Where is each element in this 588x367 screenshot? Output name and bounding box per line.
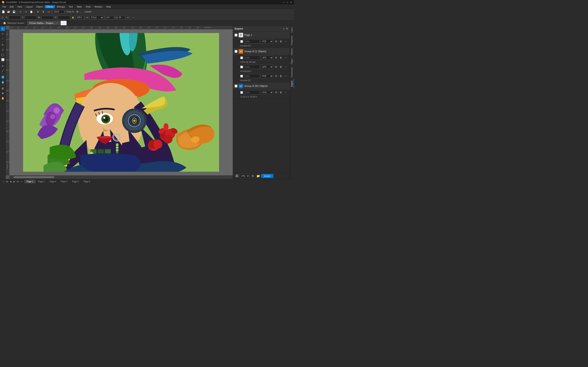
add-page-button[interactable]: + bbox=[2, 180, 5, 183]
group2-format-select[interactable]: SVGJPGPDFPNGEPS bbox=[261, 90, 273, 94]
expand-icon[interactable]: » bbox=[283, 27, 285, 30]
minus-button[interactable]: − bbox=[131, 15, 136, 20]
group1-row3-checkbox[interactable] bbox=[240, 75, 243, 77]
open-file-button[interactable]: 📂 bbox=[6, 9, 11, 14]
polygon-tool[interactable]: ⬡ bbox=[1, 48, 5, 52]
menu-edit[interactable]: Edit bbox=[8, 5, 15, 8]
stroke-size-select[interactable]: 3.0 px bbox=[89, 16, 104, 19]
page1-settings-button[interactable]: ⚙ bbox=[274, 39, 278, 43]
angle-input[interactable] bbox=[105, 16, 114, 19]
page1-delete-button[interactable]: 🗑 bbox=[279, 39, 283, 43]
group1-suffix1-input[interactable] bbox=[244, 56, 260, 60]
group1-checkbox[interactable] bbox=[234, 50, 237, 53]
group2-suffix-input[interactable] bbox=[244, 90, 260, 94]
menu-table[interactable]: Table bbox=[75, 5, 84, 8]
lock-ratio-button[interactable]: 🔒 bbox=[70, 15, 75, 20]
page1-format-select[interactable]: PDFJPGPNGEPSSVG bbox=[261, 39, 273, 43]
page1-suffix-input[interactable] bbox=[244, 39, 260, 43]
publish-button[interactable]: ⬡ bbox=[46, 9, 51, 14]
lock-scale-input[interactable] bbox=[76, 16, 84, 19]
welcome-tab[interactable]: 🏠 Welcome Screen bbox=[1, 21, 27, 25]
close-export-button[interactable]: ✕ bbox=[286, 27, 288, 30]
menu-help[interactable]: Help bbox=[104, 5, 112, 8]
export-tab[interactable]: Export bbox=[290, 79, 294, 88]
group1-more3-button[interactable]: ⋯ bbox=[284, 74, 288, 78]
page-tab-3[interactable]: Page 3 bbox=[47, 180, 58, 183]
export-jpg-icon-button[interactable]: 🖼 bbox=[234, 174, 239, 178]
line-tool[interactable]: ╱ bbox=[1, 68, 5, 73]
snap-settings-button[interactable]: ⚙ bbox=[75, 9, 80, 14]
group1-suffix3-input[interactable] bbox=[244, 74, 260, 78]
group2-settings-button[interactable]: ⚙ bbox=[274, 90, 278, 94]
comments-tab[interactable]: Comments bbox=[290, 66, 294, 79]
transform-tool[interactable]: ↔ bbox=[1, 36, 5, 41]
redo-button[interactable]: ↪ bbox=[24, 9, 28, 14]
footer-format-select[interactable]: JPGPDFPNGEPSSVG bbox=[240, 174, 250, 178]
export-button[interactable]: ⬆ bbox=[41, 9, 46, 14]
menu-view[interactable]: View bbox=[16, 5, 24, 8]
clipboard-button[interactable]: 📋 bbox=[29, 9, 34, 14]
next-page-button[interactable]: ▶ bbox=[13, 180, 16, 183]
learn-tab[interactable]: Learn bbox=[290, 26, 294, 34]
page1-row1-checkbox[interactable] bbox=[240, 40, 243, 43]
canvas-area[interactable]: mm 130 140 150 160 170 180 190 200 210 bbox=[6, 26, 233, 179]
rectangle-tool[interactable]: ⬜ bbox=[1, 57, 5, 62]
page1-more-button[interactable]: ⋯ bbox=[284, 39, 288, 43]
minimize-button[interactable]: — bbox=[282, 1, 285, 4]
prev-page-button[interactable]: ◀ bbox=[9, 180, 12, 183]
nib-input[interactable] bbox=[118, 16, 125, 19]
menu-layout[interactable]: Layout bbox=[24, 5, 34, 8]
effect-tool[interactable]: ★ bbox=[1, 91, 5, 95]
fill-tool[interactable]: 🪣 bbox=[1, 75, 5, 79]
group1-more1-button[interactable]: ⋯ bbox=[284, 56, 288, 60]
group1-format2-select[interactable]: EPSJPGPDFPNGSVG bbox=[261, 65, 273, 69]
node-tool[interactable]: ⊹ bbox=[1, 31, 5, 36]
group2-more-button[interactable]: ⋯ bbox=[284, 90, 288, 94]
text-tool[interactable]: A bbox=[1, 64, 5, 68]
properties-tab[interactable]: Properties bbox=[290, 34, 294, 47]
page-tab-5[interactable]: Page 5 bbox=[70, 180, 81, 183]
group1-row1-checkbox[interactable] bbox=[240, 57, 243, 59]
group1-format3-select[interactable]: PDFJPGPNGEPSSVG bbox=[261, 74, 273, 78]
page-tab-1[interactable]: Page 1 bbox=[25, 180, 35, 183]
new-file-button[interactable]: 📄 bbox=[1, 9, 6, 14]
group2-row1-checkbox[interactable] bbox=[240, 91, 243, 94]
group1-more2-button[interactable]: ⋯ bbox=[284, 65, 288, 69]
scrollbar-thumb[interactable] bbox=[13, 176, 54, 178]
close-button[interactable]: ✕ bbox=[290, 1, 292, 4]
close-tab-button[interactable]: ✕ bbox=[56, 22, 58, 24]
grid-tool[interactable]: ⊞ bbox=[1, 86, 5, 91]
group1-suffix2-input[interactable] bbox=[244, 65, 260, 69]
group2-delete-button[interactable]: 🗑 bbox=[279, 90, 283, 94]
add-page-end-button[interactable]: + bbox=[20, 180, 23, 183]
pages-tab[interactable]: Pages bbox=[290, 57, 294, 66]
select-tool[interactable]: ↖ bbox=[1, 26, 5, 31]
undo-button[interactable]: ↩ bbox=[18, 9, 23, 14]
group1-row2-checkbox[interactable] bbox=[240, 66, 243, 68]
objects-tab[interactable]: Objects bbox=[290, 47, 294, 57]
export-execute-button[interactable]: Export bbox=[261, 174, 273, 178]
height-input[interactable]: 0.0 mm bbox=[58, 16, 70, 19]
menu-window[interactable]: Window bbox=[93, 5, 104, 8]
page1-checkbox[interactable] bbox=[234, 34, 237, 36]
menu-effects[interactable]: Effects bbox=[45, 5, 55, 8]
launch-button[interactable]: Launch bbox=[82, 9, 94, 14]
import-button[interactable]: ⬇ bbox=[35, 9, 40, 14]
x-input[interactable]: 298.535 mm bbox=[9, 16, 21, 19]
group1-settings2-button[interactable]: ⚙ bbox=[274, 65, 278, 69]
maximize-button[interactable]: □ bbox=[286, 1, 289, 4]
active-document-tab[interactable]: Firman Hatibu – Dragon... ✕ bbox=[27, 21, 61, 25]
add-tab-button[interactable]: + bbox=[61, 21, 66, 25]
eyedropper-tool[interactable]: 💧 bbox=[1, 80, 5, 84]
menu-bitmaps[interactable]: Bitmaps bbox=[55, 5, 67, 8]
menu-file[interactable]: File bbox=[1, 5, 8, 8]
pan-tool[interactable]: ✋ bbox=[1, 96, 5, 100]
page-tab-2[interactable]: Page 2 bbox=[36, 180, 47, 183]
menu-text[interactable]: Text bbox=[67, 5, 74, 8]
save-button[interactable]: 💾 bbox=[11, 9, 16, 14]
footer-settings-button[interactable]: ⚙ bbox=[251, 174, 255, 178]
menu-tools[interactable]: Tools bbox=[84, 5, 93, 8]
last-page-button[interactable]: ⏭ bbox=[16, 180, 20, 183]
ellipse-tool[interactable]: ◯ bbox=[1, 52, 5, 57]
y-input[interactable]: 205.655 mm bbox=[25, 16, 37, 19]
